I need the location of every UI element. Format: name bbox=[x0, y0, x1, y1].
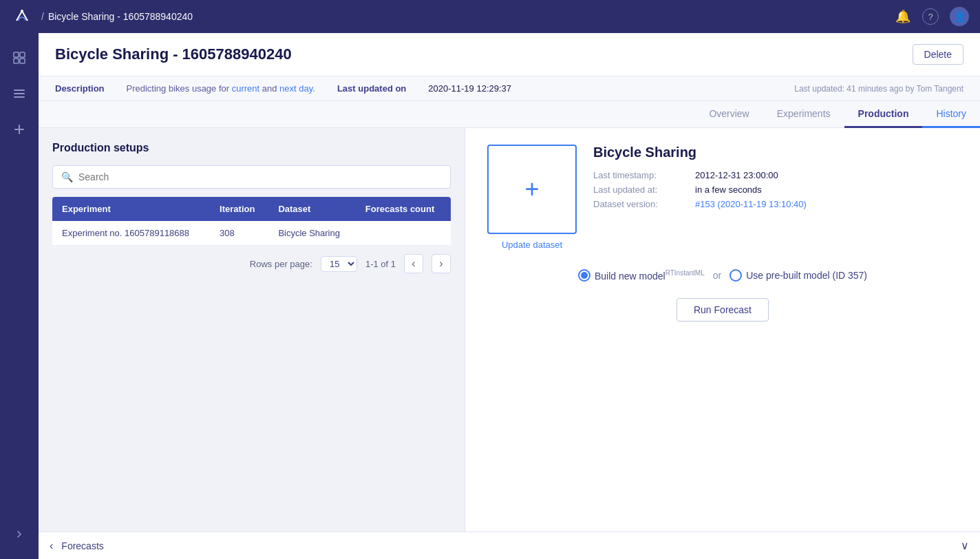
prev-page-button[interactable]: ‹ bbox=[404, 254, 423, 273]
tab-production[interactable]: Production bbox=[844, 101, 923, 128]
dataset-version-label: Dataset version: bbox=[593, 199, 690, 209]
dataset-name: Bicycle Sharing bbox=[593, 145, 958, 160]
cell-dataset: Bicycle Sharing bbox=[268, 221, 355, 246]
add-image-icon: + bbox=[524, 175, 539, 204]
pagination: Rows per page: 15 25 50 1-1 of 1 ‹ › bbox=[52, 246, 451, 282]
bottom-bar-label: Forecasts bbox=[61, 540, 103, 551]
nav-right: 🔔 ? 👤 bbox=[895, 7, 969, 26]
breadcrumb: / Bicycle Sharing - 1605788940240 bbox=[41, 11, 193, 22]
page-title: Bicycle Sharing - 1605788940240 bbox=[55, 45, 292, 63]
user-avatar[interactable]: 👤 bbox=[950, 7, 969, 26]
dataset-version-value[interactable]: #153 (2020-11-19 13:10:40) bbox=[695, 199, 807, 209]
tab-nav: Overview Experiments Production History bbox=[39, 101, 980, 128]
description-link-next[interactable]: next day bbox=[279, 83, 312, 94]
sidebar-item-add[interactable] bbox=[6, 116, 33, 143]
breadcrumb-current: Bicycle Sharing - 1605788940240 bbox=[48, 11, 193, 22]
production-table: Experiment Iteration Dataset Forecasts c… bbox=[52, 197, 451, 246]
logo bbox=[11, 6, 33, 28]
svg-rect-1 bbox=[14, 52, 19, 57]
cell-forecasts bbox=[356, 221, 451, 246]
col-iteration: Iteration bbox=[210, 197, 268, 221]
radio-btn-build-new[interactable] bbox=[578, 269, 590, 282]
next-page-button[interactable]: › bbox=[432, 254, 451, 273]
rows-per-page-label: Rows per page: bbox=[250, 259, 312, 269]
build-new-model-label: Build new modelRTInstantML bbox=[595, 269, 705, 282]
sidebar-expand[interactable] bbox=[8, 523, 30, 548]
info-row-last-timestamp: Last timestamp: 2012-12-31 23:00:00 bbox=[593, 170, 958, 180]
col-dataset: Dataset bbox=[268, 197, 355, 221]
tab-experiments[interactable]: Experiments bbox=[763, 101, 844, 128]
delete-button[interactable]: Delete bbox=[913, 44, 963, 65]
run-forecast-section: Run Forecast bbox=[487, 298, 958, 321]
info-row-dataset-version: Dataset version: #153 (2020-11-19 13:10:… bbox=[593, 199, 958, 209]
sidebar-item-dashboard[interactable] bbox=[6, 44, 33, 72]
sidebar-item-list[interactable] bbox=[6, 80, 33, 107]
svg-point-0 bbox=[21, 10, 23, 12]
last-updated-label: Last updated on bbox=[337, 83, 406, 94]
bottom-bar: ‹ Forecasts ∨ bbox=[39, 531, 980, 559]
radio-build-new-model[interactable]: Build new modelRTInstantML bbox=[578, 269, 705, 282]
last-updated-right: Last updated: 41 minutes ago by Tom Tang… bbox=[794, 84, 963, 94]
description-bar: Description Predicting bikes usage for c… bbox=[39, 76, 980, 101]
last-updated-at-label: Last updated at: bbox=[593, 184, 690, 195]
update-dataset-link[interactable]: Update dataset bbox=[487, 240, 577, 250]
search-icon: 🔍 bbox=[61, 171, 73, 182]
last-updated-value: 2020-11-19 12:29:37 bbox=[428, 83, 511, 94]
sidebar bbox=[0, 33, 39, 559]
content-area: Production setups 🔍 Experiment Iteration… bbox=[39, 128, 980, 559]
info-row-last-updated-at: Last updated at: in a few seconds bbox=[593, 184, 958, 195]
right-panel: + Update dataset Bicycle Sharing Last ti… bbox=[465, 128, 980, 559]
last-timestamp-value: 2012-12-31 23:00:00 bbox=[695, 170, 778, 180]
description-link-current[interactable]: current bbox=[232, 83, 259, 94]
prebuilt-model-label: Use pre-built model (ID 357) bbox=[746, 270, 867, 281]
production-setups-title: Production setups bbox=[52, 142, 451, 154]
radio-btn-prebuilt[interactable] bbox=[729, 269, 742, 282]
svg-rect-2 bbox=[20, 52, 25, 57]
dataset-image-placeholder[interactable]: + bbox=[487, 145, 577, 234]
or-text: or bbox=[713, 270, 721, 281]
rows-per-page-select[interactable]: 15 25 50 bbox=[321, 256, 357, 272]
description-text: Predicting bikes usage for current and n… bbox=[127, 83, 315, 94]
search-input[interactable] bbox=[78, 171, 442, 182]
model-selection: Build new modelRTInstantML or Use pre-bu… bbox=[487, 269, 958, 282]
main-content: Bicycle Sharing - 1605788940240 Delete D… bbox=[39, 33, 980, 559]
description-label: Description bbox=[55, 83, 105, 94]
last-updated-at-value: in a few seconds bbox=[695, 184, 762, 195]
svg-rect-3 bbox=[14, 59, 19, 63]
tab-overview[interactable]: Overview bbox=[695, 101, 763, 128]
cell-iteration: 308 bbox=[210, 221, 268, 246]
notification-icon[interactable]: 🔔 bbox=[895, 8, 911, 25]
search-box: 🔍 bbox=[52, 165, 451, 189]
page-header: Bicycle Sharing - 1605788940240 Delete bbox=[39, 33, 980, 76]
dataset-section: + Update dataset Bicycle Sharing Last ti… bbox=[487, 145, 958, 250]
radio-use-prebuilt-model[interactable]: Use pre-built model (ID 357) bbox=[729, 269, 867, 282]
svg-rect-5 bbox=[14, 89, 25, 91]
dataset-info: Bicycle Sharing Last timestamp: 2012-12-… bbox=[593, 145, 958, 213]
breadcrumb-sep: / bbox=[41, 11, 44, 22]
page-info: 1-1 of 1 bbox=[365, 259, 396, 269]
last-timestamp-label: Last timestamp: bbox=[593, 170, 690, 180]
col-experiment: Experiment bbox=[52, 197, 210, 221]
left-panel: Production setups 🔍 Experiment Iteration… bbox=[39, 128, 465, 559]
svg-rect-4 bbox=[20, 59, 25, 63]
top-nav: / Bicycle Sharing - 1605788940240 🔔 ? 👤 bbox=[0, 0, 980, 33]
table-row[interactable]: Experiment no. 1605789118688 308 Bicycle… bbox=[52, 221, 451, 246]
col-forecasts: Forecasts count bbox=[356, 197, 451, 221]
bottom-bar-toggle[interactable]: ‹ bbox=[50, 540, 53, 552]
run-forecast-button[interactable]: Run Forecast bbox=[677, 298, 769, 321]
bottom-bar-expand[interactable]: ∨ bbox=[961, 539, 969, 552]
svg-rect-7 bbox=[14, 96, 25, 98]
help-icon[interactable]: ? bbox=[922, 8, 939, 25]
tab-history[interactable]: History bbox=[922, 101, 980, 128]
svg-rect-6 bbox=[14, 93, 25, 94]
cell-experiment: Experiment no. 1605789118688 bbox=[52, 221, 210, 246]
